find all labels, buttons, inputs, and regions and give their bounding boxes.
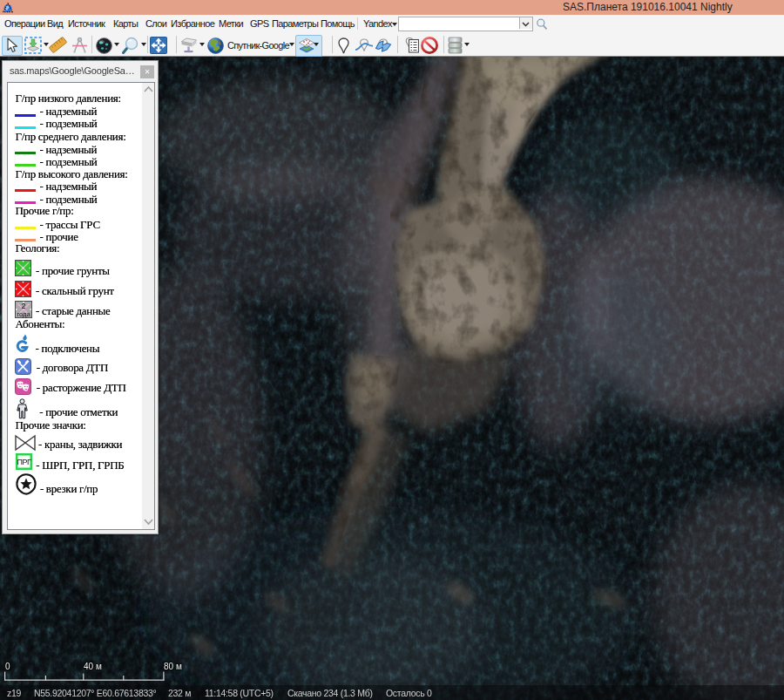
svg-text:года: года bbox=[17, 310, 30, 318]
svg-text:ПРГ: ПРГ bbox=[17, 458, 30, 466]
svg-text:2: 2 bbox=[21, 302, 25, 310]
